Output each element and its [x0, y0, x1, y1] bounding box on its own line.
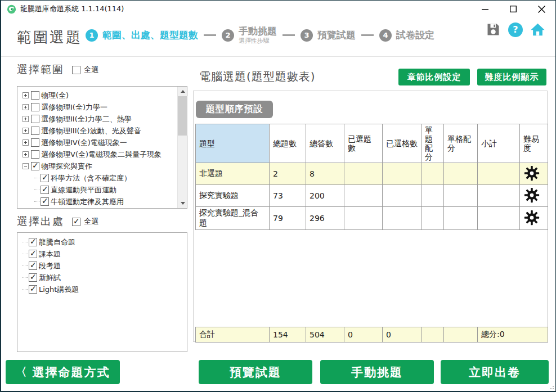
source-checkbox[interactable]: [29, 262, 37, 270]
tree-connector: [23, 289, 28, 290]
tree-checkbox[interactable]: [41, 174, 49, 182]
tree-item[interactable]: 選修物理I(全)力學一: [17, 101, 177, 113]
minimize-button[interactable]: [471, 1, 499, 17]
tree-checkbox[interactable]: [31, 162, 39, 170]
step-4-circle[interactable]: 4: [379, 29, 392, 42]
home-button[interactable]: [530, 22, 545, 37]
tree-item[interactable]: 物理(全): [17, 89, 177, 101]
question-type-panel: 題型順序預設 題型 總題數 總答數 已選題數 已選格數 單題配分 單格配分 小計…: [193, 91, 548, 342]
type-order-button[interactable]: 題型順序預設: [196, 101, 273, 118]
app-window: 龍騰題庫命題系統 1.1.14(114) 範圍選題 1 範圍、出處、題型題數 2…: [0, 0, 556, 392]
tree-connector: [23, 265, 28, 266]
col-header-type: 題型: [196, 124, 270, 163]
cell-selected-questions[interactable]: [344, 185, 383, 207]
list-item[interactable]: 段考題: [17, 260, 187, 272]
source-checkbox[interactable]: [29, 273, 37, 282]
range-select-all-checkbox[interactable]: [72, 66, 80, 74]
tree-item[interactable]: 選修物理III(全)波動、光及聲音: [17, 125, 177, 137]
expand-icon[interactable]: [23, 92, 29, 98]
home-icon: [530, 22, 545, 37]
cell-score-per-question[interactable]: [422, 207, 444, 230]
tree-checkbox[interactable]: [31, 91, 39, 100]
step-connector: [361, 34, 374, 36]
tree-item[interactable]: 天體運動與萬有引力: [17, 208, 177, 208]
collapse-icon[interactable]: [23, 163, 29, 169]
list-item[interactable]: Light講義題: [17, 283, 187, 295]
chapter-ratio-button[interactable]: 章節比例設定: [398, 69, 470, 85]
totals-table: 合計 154 504 0 0 總分:0: [195, 327, 548, 343]
tree-checkbox[interactable]: [31, 115, 39, 123]
tree-connector: [23, 277, 28, 278]
tree-item[interactable]: 直線運動與平面運動: [17, 184, 177, 196]
cell-selected-questions[interactable]: [344, 207, 383, 230]
save-button[interactable]: [486, 22, 501, 37]
totals-total-questions: 154: [270, 327, 306, 343]
difficulty-settings-button[interactable]: [520, 163, 548, 185]
expand-icon[interactable]: [23, 104, 29, 110]
scroll-down-button[interactable]: [178, 199, 187, 208]
generate-paper-button[interactable]: 立即出卷: [441, 360, 549, 384]
expand-icon[interactable]: [23, 139, 29, 146]
tree-checkbox[interactable]: [31, 138, 39, 147]
scrollbar-thumb[interactable]: [178, 96, 187, 136]
cell-score-per-cell[interactable]: [444, 185, 478, 207]
range-select-all[interactable]: 全選: [72, 65, 98, 75]
resize-grip[interactable]: [549, 385, 554, 389]
step-1-circle[interactable]: 1: [86, 29, 98, 42]
manual-pick-button[interactable]: 手動挑題: [320, 360, 434, 384]
tree-item[interactable]: 牛頓運動定律及其應用: [17, 196, 177, 208]
difficulty-settings-button[interactable]: [520, 207, 548, 230]
tree-item[interactable]: 物理探究與實作: [17, 160, 177, 172]
source-select-all-checkbox[interactable]: [72, 218, 80, 226]
range-tree: 物理(全) 選修物理I(全)力學一 選修物理II(全)力學二、熱學 選修物理II…: [17, 86, 187, 209]
cell-score-per-cell[interactable]: [444, 207, 478, 230]
chevron-left-icon: 〈: [16, 364, 28, 380]
cell-score-per-question[interactable]: [422, 185, 444, 207]
tree-item[interactable]: 科學方法（含不確定度）: [17, 172, 177, 184]
list-item[interactable]: 龍騰自命題: [17, 236, 187, 248]
scroll-up-button[interactable]: [178, 87, 187, 96]
expand-icon[interactable]: [23, 128, 29, 134]
tree-item[interactable]: 選修物理II(全)力學二、熱學: [17, 113, 177, 125]
table-row: 探究實驗題 73 200: [196, 185, 548, 207]
tree-checkbox[interactable]: [31, 127, 39, 135]
maximize-button[interactable]: [499, 1, 527, 17]
list-item[interactable]: 課本題: [17, 248, 187, 260]
cell-score-per-question[interactable]: [422, 163, 444, 185]
question-type-table: 題型 總題數 總答數 已選題數 已選格數 單題配分 單格配分 小計 難易度 非選…: [195, 124, 548, 230]
totals-label: 合計: [196, 327, 270, 343]
cell-score-per-cell[interactable]: [444, 163, 478, 185]
source-checkbox[interactable]: [29, 285, 37, 294]
cell-selected-cells[interactable]: [383, 185, 422, 207]
source-checkbox[interactable]: [29, 250, 37, 258]
step-3-label: 預覽試題: [317, 29, 356, 42]
expand-icon[interactable]: [23, 151, 29, 157]
cell-selected-cells[interactable]: [383, 207, 422, 230]
cell-type: 非選題: [196, 163, 270, 185]
difficulty-ratio-button[interactable]: 難度比例顯示: [477, 69, 546, 85]
totals-score: 總分:0: [478, 327, 548, 343]
totals-selected-questions: 0: [344, 327, 383, 343]
difficulty-settings-button[interactable]: [520, 185, 548, 207]
tree-scrollbar[interactable]: [177, 87, 187, 208]
question-mark-icon: ?: [513, 24, 518, 35]
source-select-all[interactable]: 全選: [72, 217, 98, 227]
tree-checkbox[interactable]: [31, 103, 39, 111]
help-button[interactable]: ?: [508, 22, 523, 37]
tree-checkbox[interactable]: [31, 150, 39, 159]
tree-item[interactable]: 選修物理V(全)電磁現象二與量子現象: [17, 148, 177, 160]
list-item[interactable]: 新鮮試: [17, 272, 187, 283]
expand-icon[interactable]: [23, 116, 29, 122]
close-button[interactable]: [527, 1, 555, 17]
preview-questions-button[interactable]: 預覽試題: [199, 360, 312, 384]
cell-selected-cells[interactable]: [383, 163, 422, 185]
step-2-circle[interactable]: 2: [222, 29, 234, 42]
tree-item[interactable]: 選修物理IV(全)電磁現象一: [17, 137, 177, 148]
source-checkbox[interactable]: [29, 238, 37, 246]
tree-checkbox[interactable]: [41, 186, 49, 194]
tree-checkbox[interactable]: [41, 197, 49, 206]
step-3-circle[interactable]: 3: [301, 29, 313, 42]
cell-selected-questions[interactable]: [344, 163, 383, 185]
step-2-label: 手動挑題: [239, 25, 277, 37]
back-button[interactable]: 〈 選擇命題方式: [6, 360, 120, 384]
